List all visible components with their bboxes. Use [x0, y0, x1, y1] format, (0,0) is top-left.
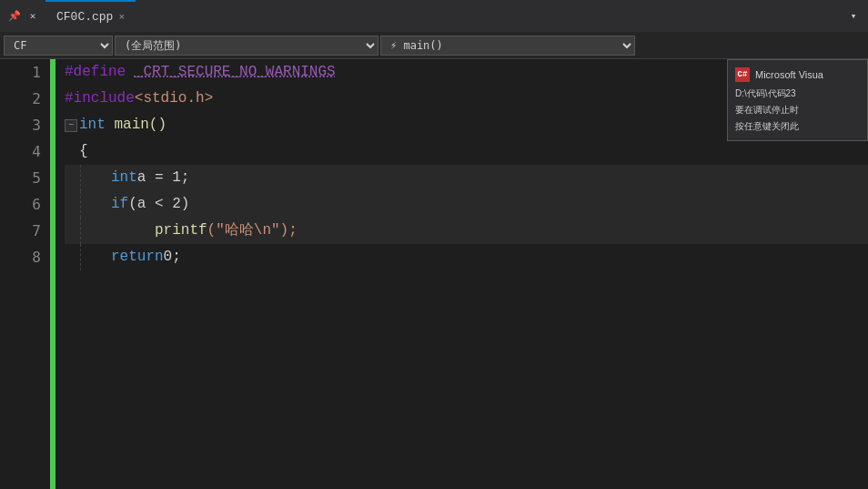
- scope-select-left[interactable]: CF: [4, 36, 113, 56]
- open-brace: {: [79, 138, 88, 165]
- toolbar: CF (全局范围) ⚡ main(): [0, 32, 868, 59]
- macro-name: _CRT_SECURE_NO_WARNINGS: [135, 59, 336, 86]
- editor-container: 1 2 3 4 5 6 7 8 #define _CRT_SECURE_NO_W…: [0, 59, 868, 489]
- code-line-4: {: [65, 138, 868, 165]
- pin-icon[interactable]: 📌: [7, 9, 22, 24]
- line-num-1: 1: [0, 59, 41, 86]
- code-line-5: int a = 1;: [65, 165, 868, 191]
- line-num-8: 8: [0, 244, 41, 270]
- code-line-6: if (a < 2): [65, 191, 868, 218]
- scope-select-mid[interactable]: (全局范围): [115, 36, 378, 56]
- collapse-button[interactable]: −: [65, 119, 77, 132]
- line-num-2: 2: [0, 86, 41, 112]
- file-tab[interactable]: CF0C.cpp ×: [45, 0, 136, 32]
- popup-body: 要在调试停止时: [735, 104, 860, 117]
- line-num-3: 3: [0, 112, 41, 138]
- line-num-5: 5: [0, 165, 41, 191]
- indent-guide-5: [80, 165, 81, 191]
- close-tab-icon[interactable]: ✕: [25, 9, 40, 24]
- indent-guide-7: [80, 218, 81, 244]
- title-bar-right: ▾: [846, 9, 861, 24]
- tab-label: CF0C.cpp: [56, 10, 113, 24]
- line8-rest: 0;: [164, 244, 181, 270]
- include-path: <stdio.h>: [135, 86, 213, 112]
- line6-rest: (a < 2): [128, 191, 189, 218]
- code-line-8: return 0;: [65, 244, 868, 270]
- popup-title-bar: C# Microsoft Visua: [735, 67, 860, 82]
- if-keyword: if: [111, 191, 128, 218]
- code-line-7: printf ("哈哈\n");: [65, 218, 868, 244]
- define-keyword: #define: [65, 59, 126, 86]
- line-num-6: 6: [0, 191, 41, 218]
- indent-guide-8: [80, 244, 81, 270]
- popup-path: D:\代码\代码23: [735, 87, 860, 100]
- tab-close-btn[interactable]: ×: [118, 12, 125, 23]
- line-numbers: 1 2 3 4 5 6 7 8: [0, 59, 50, 489]
- line5-rest: a = 1;: [137, 165, 190, 191]
- vs-icon: C#: [735, 67, 750, 82]
- expand-icon[interactable]: ▾: [846, 9, 861, 24]
- line-num-7: 7: [0, 218, 41, 244]
- line-num-4: 4: [0, 138, 41, 165]
- include-keyword: #include: [65, 86, 135, 112]
- popup-title: Microsoft Visua: [755, 69, 823, 80]
- printf-fn: printf: [155, 218, 207, 244]
- title-bar: 📌 ✕ CF0C.cpp × ▾: [0, 0, 868, 32]
- return-keyword: return: [111, 244, 164, 270]
- title-bar-icons: 📌 ✕: [7, 9, 40, 24]
- printf-str: ("哈哈\n");: [207, 218, 298, 244]
- main-fn: main(): [114, 112, 167, 138]
- console-popup: C# Microsoft Visua D:\代码\代码23 要在调试停止时 按任…: [727, 59, 868, 141]
- int-keyword-5: int: [111, 165, 137, 191]
- int-keyword-3: int: [79, 112, 106, 138]
- indent-guide-6: [80, 191, 81, 218]
- scope-select-right[interactable]: ⚡ main(): [380, 36, 635, 56]
- popup-close-hint: 按任意键关闭此: [735, 120, 860, 133]
